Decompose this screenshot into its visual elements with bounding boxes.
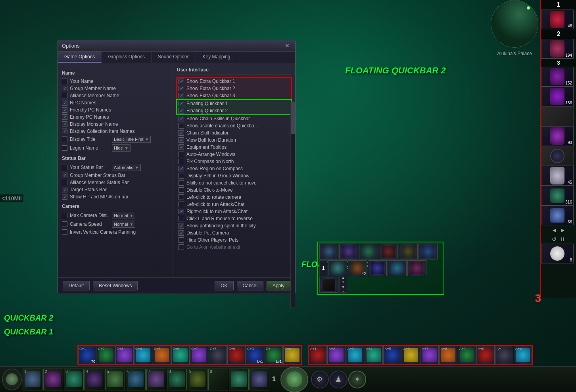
main-slot-4[interactable]: 4 — [84, 369, 104, 390]
option-chain-skill-indicator[interactable]: ✓ Chain Skill Indicator — [177, 129, 291, 136]
option-npc-names[interactable]: ✓ NPC Names — [62, 99, 169, 106]
right-btn-1[interactable]: ⚙ — [311, 371, 329, 388]
checkbox-display-collection-names[interactable]: ✓ — [62, 129, 67, 134]
checkbox-max-camera-dist[interactable] — [62, 213, 67, 218]
sidebar-slot-11[interactable]: 8 — [541, 244, 574, 263]
right-btn-3[interactable]: ✦ — [348, 371, 366, 388]
fqb1-slot-11[interactable] — [407, 260, 426, 276]
main-slot-6[interactable]: 6 — [126, 369, 146, 390]
checkbox-enemy-pc-names[interactable]: ✓ — [62, 114, 67, 120]
menu-button-1[interactable] — [2, 369, 22, 390]
checkbox-group-member-name[interactable]: ✓ — [62, 86, 67, 91]
checkbox-invert-vertical[interactable] — [62, 229, 67, 235]
refresh-icon[interactable]: ↺ — [552, 236, 557, 242]
option-equipment-tooltips[interactable]: ✓ Equipment Tooltips — [177, 144, 291, 151]
qb1-slot-2[interactable]: A+2 — [327, 346, 346, 364]
option-floating-qb1[interactable]: ✓ Floating Quickbar 1 — [177, 100, 291, 107]
qb1-slot-5[interactable]: A+5 — [383, 346, 401, 364]
main-slot-5[interactable]: 5 — [105, 369, 125, 390]
option-display-collection-names[interactable]: ✓ Display Collection Item Names — [62, 128, 169, 135]
checkbox-equipment-tooltips[interactable]: ✓ — [179, 144, 184, 150]
main-slot-7[interactable]: 7 — [146, 369, 166, 390]
option-enemy-pc-names[interactable]: ✓ Enemy PC Names — [62, 113, 169, 121]
main-slot-9[interactable]: 9 — [188, 369, 207, 390]
option-show-hp-mp[interactable]: ✓ Show HP and MP #s on bar — [62, 193, 169, 200]
option-show-usable-chains[interactable]: Show usable chains on Quickba... — [177, 122, 291, 129]
tab-sound-options[interactable]: Sound Options — [152, 52, 196, 63]
option-pathfinding-city[interactable]: ✓ Show pathfinding spirit in the city — [177, 222, 291, 229]
main-slot-8[interactable]: 8 — [167, 369, 187, 390]
fqb1-slot-9[interactable] — [368, 260, 387, 276]
option-show-extra-qb2[interactable]: ✓ Show Extra Quickbar 2 — [177, 85, 291, 92]
checkbox-your-status-bar[interactable] — [62, 165, 67, 170]
checkbox-display-self-group[interactable] — [179, 173, 184, 179]
checkbox-alliance-member-name[interactable] — [62, 93, 67, 98]
checkbox-skills-no-cancel[interactable] — [179, 180, 184, 186]
qb2-slot-6[interactable]: C+6 — [171, 346, 190, 364]
sidebar-slot-6[interactable]: 93 — [541, 126, 574, 146]
qb2-slot-11[interactable]: C+-Lv1 — [265, 346, 283, 364]
qb2-slot-10[interactable]: C+0Lv1 — [246, 346, 264, 364]
fqb1-slot-6[interactable] — [419, 244, 438, 259]
option-alliance-status-bar[interactable]: Alliance Member Status Bar — [62, 179, 169, 186]
checkbox-view-buff-duration[interactable]: ✓ — [179, 137, 184, 143]
fqb1-slot-3[interactable] — [359, 244, 378, 259]
sidebar-slot-1[interactable]: 48 — [541, 10, 574, 29]
cancel-button[interactable]: Cancel — [237, 281, 263, 290]
scrollbar-thumb[interactable] — [291, 102, 295, 134]
sidebar-slot-9[interactable]: 316 — [541, 186, 574, 206]
checkbox-disable-click-to-move[interactable] — [179, 187, 184, 193]
checkbox-display-monster-name[interactable]: ✓ — [62, 121, 67, 127]
option-floating-qb2[interactable]: ✓ Floating Quickbar 2 — [177, 107, 291, 114]
scrollbar[interactable] — [290, 102, 295, 308]
option-left-click-attack[interactable]: Left-click to run Attack/Chat — [177, 201, 291, 208]
option-alliance-member-name[interactable]: Alliance Member Name — [62, 92, 169, 99]
checkbox-floating-qb1[interactable]: ✓ — [179, 101, 184, 106]
option-target-status-bar[interactable]: ✓ Target Status Bar — [62, 186, 169, 193]
option-disable-pet-camera[interactable]: ✓ Disable Pet Camera — [177, 229, 291, 236]
ok-button[interactable]: OK — [215, 281, 233, 290]
checkbox-alliance-status-bar[interactable] — [62, 180, 67, 185]
qb1-slot-6[interactable]: A+6 — [402, 346, 420, 364]
main-slot-3[interactable]: 3 — [64, 369, 84, 390]
option-show-chain-skills-qb[interactable]: ✓ Show Chain Skills in Quickbar — [177, 115, 291, 122]
legion-name-select[interactable]: Hide ▼ — [112, 144, 131, 152]
tab-graphics-options[interactable]: Graphics Options — [102, 52, 152, 63]
main-slot-1[interactable]: 1 — [23, 369, 42, 390]
option-hide-other-pets[interactable]: Hide Other Players' Pets — [177, 236, 291, 244]
qb1-slot-10[interactable]: A+0 — [476, 346, 495, 364]
fqb1-slot-8[interactable]: 43 — [348, 260, 367, 276]
qb2-slot-8[interactable]: C+8 — [209, 346, 227, 364]
checkbox-your-name[interactable] — [62, 79, 67, 84]
qb1-slot-3[interactable]: A+3 — [346, 346, 364, 364]
fqb1-slot-2[interactable] — [339, 244, 358, 259]
option-goto-website[interactable]: Go to Aion website at exit — [177, 244, 291, 251]
option-auto-arrange[interactable]: Auto-Arrange Windows — [177, 151, 291, 158]
sidebar-slot-10[interactable]: 66 — [541, 206, 574, 225]
checkbox-npc-names[interactable]: ✓ — [62, 100, 67, 106]
checkbox-disable-pet-camera[interactable]: ✓ — [179, 230, 184, 236]
qb1-slot-4[interactable]: A+4 — [365, 346, 383, 364]
checkbox-display-title[interactable] — [62, 136, 67, 142]
qb1-slot-9[interactable]: A+9 — [458, 346, 476, 364]
tab-key-mapping[interactable]: Key Mapping — [196, 52, 237, 63]
main-slot-extra-1[interactable] — [229, 369, 249, 390]
fqb1-slot-5[interactable] — [399, 244, 418, 259]
checkbox-chain-skill-indicator[interactable]: ✓ — [179, 130, 184, 136]
checkbox-show-hp-mp[interactable]: ✓ — [62, 194, 67, 200]
tab-game-options[interactable]: Game Options — [58, 52, 102, 63]
option-view-buff-duration[interactable]: ✓ View Buff Icon Duration — [177, 136, 291, 144]
qb2-slot-7[interactable]: C+7 — [190, 346, 208, 364]
checkbox-fix-compass-north[interactable] — [179, 159, 184, 164]
option-your-name[interactable]: Your Name — [62, 78, 169, 85]
main-slot-extra-2[interactable] — [250, 369, 269, 390]
sidebar-slot-3[interactable]: 152 — [541, 67, 574, 86]
main-slot-0[interactable]: 0 — [208, 369, 228, 390]
right-arrow-icon[interactable]: ► — [560, 227, 566, 233]
checkbox-show-region-compass[interactable]: ✓ — [179, 166, 184, 171]
fqb1-slot-1[interactable] — [319, 244, 338, 259]
sidebar-slot-7[interactable] — [541, 146, 574, 166]
qb1-slot-7[interactable]: A+7 — [420, 346, 439, 364]
option-display-monster-name[interactable]: ✓ Display Monster Name — [62, 121, 169, 128]
qb2-slot-5[interactable]: C+5 — [153, 346, 171, 364]
